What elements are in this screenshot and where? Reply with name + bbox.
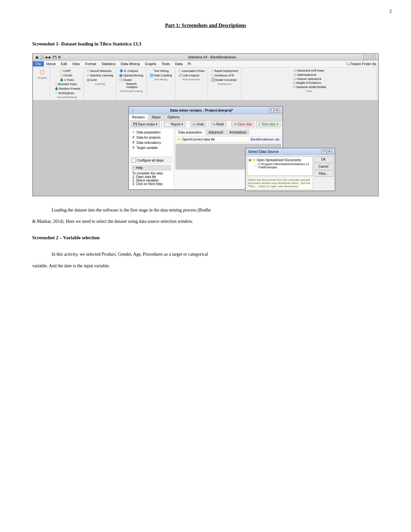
file-link[interactable]: BankBreakdown.sta [251, 138, 279, 141]
ribbon-rd[interactable]: ⬡ Rapid Deployment [210, 69, 239, 73]
cancel-button[interactable]: Cancel [314, 163, 333, 170]
ribbon-opt[interactable]: ⬡ Optimisations▾ [293, 73, 325, 77]
menu-datamining[interactable]: Data Mining [118, 61, 142, 66]
report-btn[interactable]: 📄 Report ▾ [164, 122, 185, 127]
ribbon-fs[interactable]: ⬡ Feature Selection▾ [293, 77, 325, 81]
step-x-icon3: ✗ [132, 146, 135, 150]
minimize-button[interactable]: − [363, 55, 368, 59]
redo-btn[interactable]: ↪ Redo [210, 122, 226, 127]
screenshot2-title: Screenshot 2 – Variable selection [32, 235, 379, 241]
menu-edit[interactable]: Edit [58, 61, 70, 66]
ribbon-cluster[interactable]: ⬡ Cluster [118, 78, 144, 82]
configure-checkbox[interactable]: Configure all steps [132, 158, 171, 163]
ribbon-smb[interactable]: ⬡ Stepwise Model Builder [292, 85, 328, 89]
step-target-variable: ✗ Target variable [130, 145, 172, 150]
panel-tab-advanced[interactable]: Advanced [206, 130, 226, 135]
panel-tabs: Data preparation Advanced Annotations [175, 130, 281, 135]
panel-tab-annotations[interactable]: Annotations [226, 130, 249, 135]
maximize-button[interactable]: □ [370, 55, 376, 59]
ribbon-group-learning: ⬡ Neural Networks ⬡ Machine Learning ▦ G… [84, 68, 117, 99]
files-button[interactable]: Files... [314, 171, 333, 177]
menu-graphs[interactable]: Graphs [142, 61, 159, 66]
ribbon-group-tools: ⬡ Interactive Drill Down ⬡ Optimisations… [241, 68, 377, 99]
ribbon-boosted[interactable]: ⬡ Boosted Trees [54, 82, 82, 86]
dialog-body: ✓ Data preparation ✗ Data for analysis ✗… [129, 128, 282, 189]
body-text-2a: In this activity, we selected Product, G… [32, 250, 379, 258]
menu-home[interactable]: Home [44, 61, 58, 66]
dialog-question-btn[interactable]: ? [269, 108, 274, 113]
sds-close-btn[interactable]: ✕ [327, 149, 332, 154]
main-panel: Data preparation Advanced Annotations 📁 … [174, 128, 282, 189]
menu-format[interactable]: Format [83, 61, 99, 66]
sds-title-bar: Select Data Source ? ✕ [246, 148, 335, 155]
steps-panel: ✓ Data preparation ✗ Data for analysis ✗… [129, 128, 174, 189]
ribbon-network[interactable]: NetworkAnalytics [125, 82, 139, 89]
dialog-tab-options[interactable]: Options [164, 114, 183, 120]
step-label-redundancy: Data redundancy [137, 141, 161, 144]
menu-data[interactable]: Data [172, 61, 185, 66]
save-recipe-btn[interactable]: 💾 Save recipe ▾ [131, 122, 160, 127]
menu-bar: File Home Edit View Format Statistics Da… [33, 61, 378, 67]
dialog-toolbar: 💾 Save recipe ▾ 📄 Report ▾ ↩ Undo ↪ Red [129, 121, 282, 128]
ribbon-la[interactable]: 🔗 Link Analysis [177, 73, 206, 77]
ribbon-rf[interactable]: 🌲 Random Forests [54, 86, 82, 91]
configure-input[interactable] [132, 158, 136, 163]
dialog-tab-steps[interactable]: Steps [148, 114, 164, 120]
ribbon-nn[interactable]: ⬡ Neural Networks [86, 69, 114, 73]
ribbon-deployment-label: Deployment [210, 83, 239, 85]
step-label-target: Target variable [137, 146, 158, 150]
ribbon-cart[interactable]: ⬡ CART [59, 69, 75, 73]
tree-child: 📄 C:\Program Files\Statistica\Statistica… [254, 162, 311, 169]
ribbon-we[interactable]: ⬡ Weight of Evidence [292, 81, 328, 85]
menu-statistics[interactable]: Statistics [99, 61, 118, 66]
help-content: To complete this step: 1. Open data file… [132, 171, 171, 187]
menu-pi[interactable]: PI [185, 61, 193, 66]
step-label-preparation: Data preparation [137, 131, 161, 134]
ribbon-gof[interactable]: ⬡ Goodness of fit [210, 73, 239, 77]
clear-step-btn[interactable]: ✕ Clear step [231, 122, 254, 127]
open-connect-bar: 📁 Open/Connect data file BankBreakdown.s… [175, 136, 281, 143]
ribbon-idd[interactable]: ⬡ Interactive Drill Down [293, 69, 325, 73]
ribbon-textmining-label: Text Mining [149, 78, 173, 81]
menu-tools[interactable]: Tools [159, 61, 172, 66]
ribbon-mc[interactable]: 🔄 Model Converter [210, 78, 239, 82]
ribbon-mars[interactable]: 〰 MARSplines [54, 91, 82, 95]
body-text-2b: variable. And the date is the input vari… [32, 262, 379, 270]
next-step-btn[interactable]: ✓ Next step ▾ [256, 122, 280, 127]
select-data-source-dialog: Select Data Source ? ✕ [245, 148, 335, 191]
ok-button[interactable]: OK [314, 156, 333, 163]
ribbon-tm[interactable]: 📄 Text Mining [149, 69, 173, 73]
ribbon-tools-label: Tools [243, 90, 375, 93]
ribbon-group-deployment: ⬡ Rapid Deployment ⬡ Goodness of fit 🔄 M… [208, 68, 241, 99]
body-text-1b: & Mankar, 2014). Here we need to select … [32, 217, 379, 225]
step-data-preparation: ✓ Data preparation [130, 130, 172, 135]
help-step3: 3. Click on Next Step [132, 182, 170, 186]
ribbon-ar[interactable]: ⬡ Association Rules [177, 69, 206, 73]
ribbon-group-recipes: ⬡ Recipes [34, 68, 50, 99]
help-header[interactable]: − Help [132, 165, 171, 171]
ribbon-chaid[interactable]: ⬡ CHAID [59, 73, 75, 77]
step-data-redundancy: ✗ Data redundancy [130, 140, 172, 145]
ribbon-gam[interactable]: ▦ GAM [86, 78, 114, 82]
help-text: To complete this step: [132, 172, 170, 175]
undo-btn[interactable]: ↩ Undo [191, 122, 206, 127]
clear-step-label: Clear step [237, 123, 252, 126]
ribbon-ob[interactable]: ▦ Optimal Binning [118, 73, 144, 77]
redo-label: Redo [216, 123, 224, 126]
ribbon-clustering-label: Clustering/Grouping [118, 90, 144, 93]
tree-root[interactable]: ⊞ 📁 Open Spreadsheet Documents [249, 158, 311, 162]
ribbon-ic[interactable]: 🔷 IC Analysis [118, 69, 144, 73]
content-area: ⬡ Data miner recipes : Project.dmrproj* … [33, 100, 378, 196]
menu-file[interactable]: File [33, 61, 44, 66]
dialog-tab-recipes[interactable]: Recipes [129, 114, 149, 120]
ribbon-1trees[interactable]: 🌲 1-Trees [59, 78, 75, 82]
open-connect-label: Open/Connect data file [182, 138, 215, 141]
step-check-icon: ✓ [132, 130, 135, 134]
ribbon-ml[interactable]: ⬡ Machine Learning [86, 73, 114, 77]
panel-tab-dataprep[interactable]: Data preparation [175, 130, 205, 135]
ribbon: ⬡ Recipes ⬡ CART ⬡ CHAID 🌲 1-Trees ⬡ Boo… [33, 67, 378, 100]
ribbon-wc[interactable]: 🌐 Web Crawling [149, 73, 173, 77]
dialog-close-btn[interactable]: ✕ [275, 108, 280, 113]
menu-view[interactable]: View [70, 61, 83, 66]
sds-question-btn[interactable]: ? [321, 149, 326, 154]
